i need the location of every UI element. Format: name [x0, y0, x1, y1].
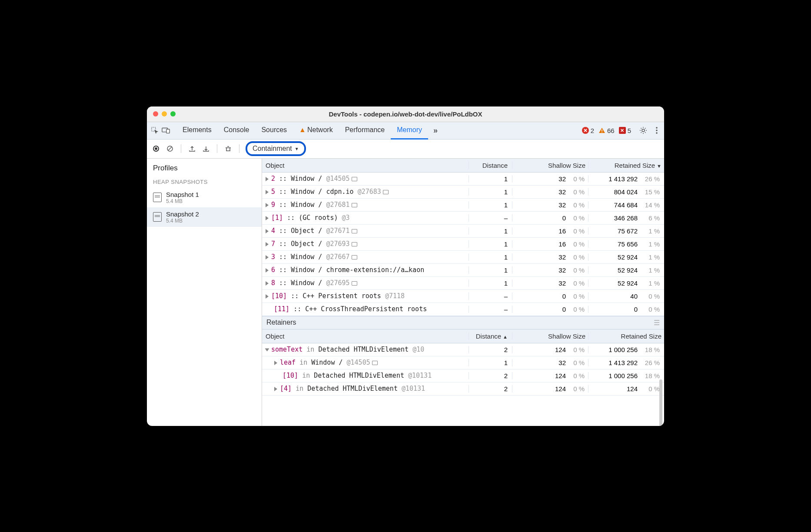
window-icon: [352, 242, 357, 246]
expand-icon[interactable]: [266, 281, 269, 286]
object-row[interactable]: [11] :: C++ CrossThreadPersistent roots …: [262, 303, 664, 316]
window-icon: [352, 203, 357, 207]
svg-rect-2: [166, 129, 170, 133]
retainers-menu-button[interactable]: ☰: [654, 319, 660, 327]
snapshot-size: 5.4 MB: [166, 218, 199, 224]
expand-icon[interactable]: [266, 229, 269, 233]
main-pane: Object Distance Shallow Size Retained Si…: [262, 159, 664, 426]
window-icon: [352, 229, 357, 233]
svg-point-7: [656, 130, 658, 131]
scrollbar[interactable]: [659, 379, 662, 426]
snapshot-icon: [153, 193, 162, 202]
snapshot-icon: [153, 212, 162, 222]
object-row[interactable]: 5 :: Window / cdpn.io @27683 1 320 % 804…: [262, 186, 664, 199]
tab-label: Memory: [397, 126, 422, 133]
object-row[interactable]: 7 :: Object / @27693 1 160 % 75 6561 %: [262, 238, 664, 251]
col-shallow-header[interactable]: Shallow Size: [512, 332, 588, 340]
window-icon: [372, 361, 378, 365]
window-icon: [352, 177, 357, 181]
view-dropdown[interactable]: Containment ▼: [246, 141, 306, 156]
object-row[interactable]: 9 :: Window / @27681 1 320 % 744 68414 %: [262, 199, 664, 212]
retainers-rows: someText in Detached HTMLDivElement @10 …: [262, 343, 664, 396]
inspect-icon[interactable]: [150, 126, 159, 135]
panel-body: Profiles HEAP SNAPSHOTS Snapshot 1 5.4 M…: [147, 159, 664, 426]
objects-header: Object Distance Shallow Size Retained Si…: [262, 159, 664, 173]
expand-icon[interactable]: [266, 242, 269, 246]
tab-label: Performance: [345, 126, 385, 133]
expand-icon[interactable]: [266, 177, 269, 181]
expand-icon[interactable]: [266, 203, 269, 207]
expand-icon[interactable]: [266, 268, 269, 273]
object-row[interactable]: 8 :: Window / @27695 1 320 % 52 9241 %: [262, 277, 664, 290]
warning-count-value: 66: [607, 127, 615, 134]
expand-icon[interactable]: [266, 190, 269, 194]
retainer-row[interactable]: [4] in Detached HTMLDivElement @10131 2 …: [262, 382, 664, 396]
expand-icon[interactable]: [274, 361, 277, 365]
col-object-header[interactable]: Object: [262, 331, 469, 341]
settings-button[interactable]: [636, 126, 650, 135]
memory-toolbar: Containment ▼: [147, 140, 664, 159]
separator: [217, 144, 217, 153]
object-row[interactable]: 4 :: Object / @27671 1 160 % 75 6721 %: [262, 225, 664, 238]
tab-label: Elements: [183, 126, 212, 133]
blocked-count-value: 5: [628, 127, 631, 134]
collect-garbage-button[interactable]: [223, 144, 233, 153]
blocked-icon: ✕: [619, 127, 626, 134]
sort-desc-icon: ▼: [657, 163, 661, 169]
retainers-header: Object Distance▲ Shallow Size Retained S…: [262, 329, 664, 343]
blocked-count[interactable]: ✕ 5: [619, 127, 631, 134]
expand-icon[interactable]: [266, 255, 269, 259]
clear-button[interactable]: [165, 144, 175, 153]
retainer-row[interactable]: leaf in Window / @14505 1 320 % 1 413 29…: [262, 356, 664, 369]
retainer-row[interactable]: someText in Detached HTMLDivElement @10 …: [262, 343, 664, 356]
col-retained-header[interactable]: Retained Size: [588, 332, 664, 340]
object-row[interactable]: [10] :: C++ Persistent roots @7118 – 00 …: [262, 290, 664, 303]
expand-icon[interactable]: [266, 294, 269, 299]
sort-asc-icon: ▲: [503, 334, 508, 339]
col-distance-header[interactable]: Distance▲: [469, 332, 512, 340]
sidebar-title: Profiles: [147, 159, 262, 176]
col-distance-header[interactable]: Distance: [469, 162, 512, 169]
object-row[interactable]: [1] :: (GC roots) @3 – 00 % 346 2686 %: [262, 212, 664, 225]
svg-point-5: [642, 129, 645, 132]
expand-icon[interactable]: [274, 387, 277, 391]
save-button[interactable]: [201, 144, 211, 153]
col-object-header[interactable]: Object: [262, 160, 469, 170]
retainers-title: Retainers ☰: [262, 316, 664, 329]
error-count-value: 2: [591, 127, 594, 134]
warning-icon: ▲: [299, 126, 306, 133]
window-icon: [352, 255, 357, 259]
record-button[interactable]: [151, 144, 161, 153]
collapse-icon[interactable]: [265, 348, 269, 351]
load-button[interactable]: [187, 144, 197, 153]
col-shallow-header[interactable]: Shallow Size: [512, 162, 588, 169]
object-row[interactable]: 2 :: Window / @14505 1 320 % 1 413 29226…: [262, 173, 664, 186]
svg-rect-3: [602, 130, 602, 131]
svg-rect-4: [602, 132, 602, 133]
snapshot-item[interactable]: Snapshot 1 5.4 MB: [147, 188, 262, 207]
object-row[interactable]: 6 :: Window / chrome-extension://a…kaon …: [262, 264, 664, 277]
window-title: DevTools - codepen.io/web-dot-dev/live/P…: [147, 110, 664, 118]
object-row[interactable]: 3 :: Window / @27667 1 320 % 52 9241 %: [262, 251, 664, 264]
expand-icon[interactable]: [266, 216, 269, 220]
tab-sources[interactable]: Sources: [255, 122, 293, 140]
devtools-window: DevTools - codepen.io/web-dot-dev/live/P…: [147, 106, 664, 426]
col-retained-header[interactable]: Retained Size▼: [588, 162, 664, 169]
tab-console[interactable]: Console: [218, 122, 256, 140]
tab-memory[interactable]: Memory: [391, 122, 428, 140]
more-tabs-button[interactable]: »: [431, 126, 440, 135]
tab-elements[interactable]: Elements: [176, 122, 218, 140]
more-menu-button[interactable]: [653, 126, 661, 134]
tab-performance[interactable]: Performance: [339, 122, 391, 140]
separator: [239, 144, 239, 153]
warning-count[interactable]: 66: [598, 127, 615, 134]
device-toggle-icon[interactable]: [162, 126, 170, 135]
snapshot-name: Snapshot 2: [166, 210, 199, 218]
svg-point-10: [155, 147, 157, 150]
error-count[interactable]: 2: [582, 127, 594, 134]
svg-line-12: [168, 147, 172, 150]
snapshot-item[interactable]: Snapshot 2 5.4 MB: [147, 207, 262, 227]
sidebar-section-heading: HEAP SNAPSHOTS: [147, 176, 262, 188]
tab-network[interactable]: ▲Network: [293, 122, 339, 140]
retainer-row[interactable]: [10] in Detached HTMLDivElement @10131 2…: [262, 369, 664, 382]
